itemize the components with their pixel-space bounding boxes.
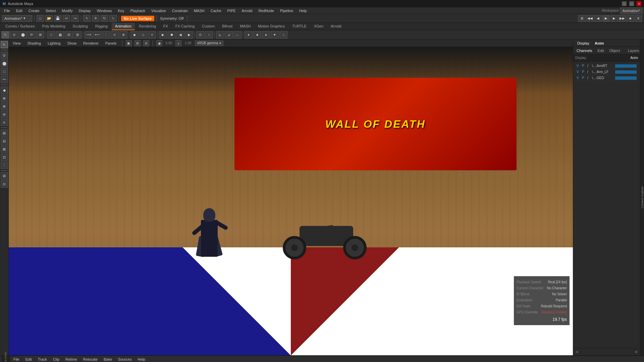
- redo-btn[interactable]: ↪: [71, 15, 79, 22]
- playback-btn-3[interactable]: ▶: [610, 15, 618, 22]
- left-tool-n1[interactable]: ⚙: [1, 172, 8, 180]
- menu-pipeline[interactable]: Pipeline: [277, 7, 296, 14]
- left-tool-sk2[interactable]: ⊕: [1, 95, 8, 102]
- channels-tab-anim[interactable]: Anim: [593, 41, 605, 45]
- vp-tool1[interactable]: ▣: [126, 40, 132, 46]
- tool-skin4[interactable]: ♥: [271, 31, 279, 39]
- tool-paint[interactable]: ⬤: [19, 31, 27, 39]
- tool-box[interactable]: □: [47, 31, 55, 39]
- left-tool-m4[interactable]: ⊡: [1, 154, 8, 161]
- menu-cache[interactable]: Cache: [208, 7, 224, 14]
- menu-select[interactable]: Select: [43, 7, 59, 14]
- new-scene-btn[interactable]: □: [37, 15, 44, 22]
- tool-key3[interactable]: ⋄: [148, 31, 156, 39]
- left-tool-move[interactable]: [1, 50, 8, 50]
- tool-skin1[interactable]: ♦: [245, 31, 253, 39]
- vp-menu-renderer[interactable]: Renderer: [81, 40, 101, 47]
- tool-ik[interactable]: ⊾: [216, 31, 224, 39]
- ch-tab-object[interactable]: Object: [608, 49, 621, 53]
- animation-dropdown[interactable]: Animation* ▾: [2, 15, 32, 22]
- tl-menu-bake[interactable]: Bake: [101, 356, 115, 362]
- tl-menu-clip[interactable]: Clip: [50, 356, 62, 362]
- ch-tab-layers[interactable]: Layers: [627, 49, 640, 53]
- tool-grid[interactable]: ⊟: [65, 31, 73, 39]
- vp-menu-shading[interactable]: Shading: [25, 40, 43, 47]
- menu-key[interactable]: Key: [115, 7, 127, 14]
- move-btn[interactable]: ✛: [92, 15, 99, 22]
- tab-mash[interactable]: MASH: [236, 23, 254, 30]
- left-tool-create[interactable]: □: [1, 68, 8, 75]
- left-tool-sk1[interactable]: ◆: [1, 86, 8, 94]
- tool-skin5[interactable]: ♤: [279, 31, 287, 39]
- menu-mash[interactable]: MASH: [191, 7, 207, 14]
- workspace-dropdown[interactable]: Animation*: [620, 7, 643, 14]
- left-tool-paint[interactable]: ⬤: [1, 60, 8, 67]
- vp-tool2[interactable]: ⊞: [135, 40, 141, 46]
- no-live-surface-btn[interactable]: No Live Surface: [121, 16, 154, 21]
- ch-row-armlf[interactable]: V P / \...:Arm_LF: [575, 69, 639, 75]
- left-tool-curve[interactable]: 〜: [1, 76, 8, 83]
- tool-ik3[interactable]: ∟: [233, 31, 241, 39]
- tl-menu-file[interactable]: File: [11, 356, 22, 362]
- menu-help[interactable]: Help: [297, 7, 310, 14]
- tab-motion-graphics[interactable]: Motion Graphics: [255, 23, 288, 30]
- left-tool-m5[interactable]: ⋮: [1, 162, 8, 169]
- menu-windows[interactable]: Windows: [94, 7, 115, 14]
- rotate-btn[interactable]: ↻: [101, 15, 108, 22]
- tab-poly-modeling[interactable]: Poly Modeling: [39, 23, 68, 30]
- tool-next[interactable]: ▶: [185, 31, 193, 39]
- scale-btn[interactable]: ⤡: [109, 15, 117, 22]
- tool-grid2[interactable]: ⊞: [73, 31, 82, 39]
- vp-menu-lighting[interactable]: Lighting: [46, 40, 63, 47]
- tool-ik2[interactable]: ⊿: [225, 31, 233, 39]
- vp-menu-view[interactable]: View: [11, 40, 23, 47]
- playback-btn-1[interactable]: ◀◀: [586, 15, 594, 22]
- tool-play[interactable]: ▶: [159, 31, 167, 39]
- tool-skin2[interactable]: ♣: [253, 31, 261, 39]
- tool-bar-icon[interactable]: ≡: [111, 31, 119, 39]
- tab-rigging[interactable]: Rigging: [92, 23, 111, 30]
- tool-cam1[interactable]: ⊙: [196, 31, 204, 39]
- tool-skin3[interactable]: ♠: [262, 31, 270, 39]
- tool-dots[interactable]: ⋮: [102, 31, 110, 39]
- select-btn[interactable]: ↖: [83, 15, 91, 22]
- menu-visualize[interactable]: Visualize: [149, 7, 169, 14]
- tool-select[interactable]: ↖: [1, 31, 9, 39]
- menu-create[interactable]: Create: [26, 7, 42, 14]
- menu-pipe[interactable]: PIPE: [225, 7, 238, 14]
- tab-turtle[interactable]: TURTLE: [289, 23, 310, 30]
- menu-display[interactable]: Display: [76, 7, 94, 14]
- channels-tab-display[interactable]: Display: [576, 41, 591, 45]
- tab-animation[interactable]: Animation: [112, 23, 135, 30]
- left-tool-m2[interactable]: ⊟: [1, 137, 8, 145]
- vp-tool3[interactable]: ⊟: [143, 40, 149, 46]
- viewport[interactable]: WALL OF DEATH: [9, 47, 573, 355]
- vp-gamma-btn[interactable]: γ: [175, 40, 181, 46]
- tl-menu-edit[interactable]: Edit: [23, 356, 35, 362]
- vp-menu-show[interactable]: Show: [65, 40, 79, 47]
- left-tool-m3[interactable]: ⊠: [1, 145, 8, 153]
- content-outliner-tab[interactable]: Content Outliner: [640, 40, 644, 355]
- left-tool-n2[interactable]: ⊙: [1, 180, 8, 188]
- tab-custom[interactable]: Custom: [199, 23, 218, 30]
- vp-menu-panels[interactable]: Panels: [103, 40, 119, 47]
- left-tool-select[interactable]: ↖: [1, 41, 8, 48]
- tab-fx-caching[interactable]: FX Caching: [172, 23, 198, 30]
- tool-prev[interactable]: ◀: [176, 31, 184, 39]
- ch-row-armrt[interactable]: V P / \...:ArmRT: [575, 63, 639, 69]
- frame-all-btn[interactable]: ⊞: [578, 15, 586, 22]
- ch-tab-channels[interactable]: Channels: [575, 49, 593, 53]
- tab-curves-surfaces[interactable]: Curves / Surfaces: [2, 23, 38, 30]
- menu-arnold[interactable]: Arnold: [239, 7, 255, 14]
- tab-bifrost[interactable]: Bifrost: [219, 23, 236, 30]
- tl-menu-track[interactable]: Track: [35, 356, 50, 362]
- tool-arrow2[interactable]: ⟵: [93, 31, 101, 39]
- tl-menu-relocate[interactable]: Relocate: [80, 356, 100, 362]
- tab-fx[interactable]: FX: [160, 23, 171, 30]
- ch-tab-edit[interactable]: Edit: [596, 49, 605, 53]
- minimize-button[interactable]: ─: [622, 1, 627, 6]
- tool-move[interactable]: ⟳: [28, 31, 36, 39]
- vp-color-btn[interactable]: ◕: [156, 40, 162, 46]
- undo-btn[interactable]: ↩: [63, 15, 70, 22]
- tool-plus[interactable]: ⊕: [119, 31, 127, 39]
